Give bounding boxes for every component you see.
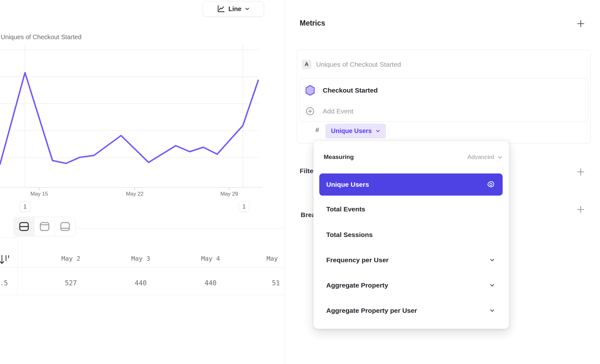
dropdown-header-label: Measuring [324,154,354,161]
sort-descending-icon[interactable] [0,254,10,266]
chevron-down-icon [376,129,380,133]
add-event-label: Add Event [323,107,353,115]
metric-letter-badge: A [302,60,311,69]
add-filter-button[interactable] [577,168,585,176]
chevron-down-icon [245,6,250,11]
table-cell: 440 [185,279,236,287]
chevron-down-icon [489,282,495,288]
add-event-row[interactable]: Add Event [305,106,353,117]
metric-card-title[interactable]: Uniques of Checkout Started [316,61,401,68]
add-breakdown-button[interactable] [577,205,585,214]
panel-top-icon [40,222,50,231]
table-row-header-fragment: 0.5 [0,279,11,287]
dropdown-item-aggregate-property[interactable]: Aggregate Property [319,276,503,294]
item-label: Aggregate Property [326,282,388,289]
measuring-dropdown: Measuring Advanced Unique Users [313,141,509,329]
insights-builder: Line Uniques of Checkout Started [0,0,600,364]
dropdown-item-total-sessions[interactable]: Total Sessions [319,226,503,244]
dropdown-item-unique-users[interactable]: Unique Users [319,173,503,196]
event-row[interactable]: Checkout Started [305,85,378,96]
measure-pill-label: Unique Users [331,127,372,135]
chevron-down-icon [489,308,495,313]
advanced-label: Advanced [467,154,494,161]
line-chart [0,32,262,196]
item-label: Total Events [326,205,365,213]
metric-card: A Uniques of Checkout Started Checkout S… [297,50,591,143]
dropdown-item-aggregate-property-per-user[interactable]: Aggregate Property per User [319,301,503,320]
add-event-icon [305,107,315,116]
layout-panel-top-button[interactable] [34,217,55,236]
metrics-panel-title: Metrics [300,19,325,27]
add-metric-button[interactable] [577,20,585,28]
x-tick-label: May 15 [20,191,58,197]
pagination-badge[interactable]: 1 [20,201,30,212]
panel-bottom-icon [60,222,70,231]
event-name: Checkout Started [323,87,378,94]
table-cell: 440 [115,279,166,287]
table-header-cell[interactable]: May 3 [115,255,166,262]
table-top-border [0,237,18,238]
measure-prefix: # [315,126,319,134]
metrics-panel: Metrics A Uniques of Checkout Started Ch… [285,0,600,364]
chart-type-button[interactable]: Line [203,1,264,16]
chevron-down-icon [497,155,503,160]
item-label: Total Sessions [326,231,373,239]
layout-split-horizontal-button[interactable] [14,217,34,236]
x-tick-label: May 22 [116,191,154,197]
pagination-badge[interactable]: 1 [239,201,249,212]
table-row-border [0,295,285,295]
dropdown-item-frequency-per-user[interactable]: Frequency per User [319,251,503,269]
item-label: Frequency per User [326,256,389,264]
x-tick-label: May 29 [210,191,248,197]
split-horizontal-icon [19,222,29,231]
table-header-cell[interactable]: May 4 [185,255,236,262]
dropdown-item-total-events[interactable]: Total Events [319,200,503,218]
chart-type-label: Line [228,5,241,13]
layout-panel-bottom-button[interactable] [55,217,75,236]
table-header-border [0,267,285,268]
event-hexagon-icon [305,85,315,96]
chevron-down-icon [489,257,495,263]
table-header-cell[interactable]: May 2 [46,255,96,262]
gear-icon[interactable] [487,180,495,189]
item-label: Aggregate Property per User [326,307,417,314]
section-divider [75,228,285,229]
chart-layout-toggle-group [14,217,76,236]
table-cell: 527 [46,279,96,287]
selected-item-label: Unique Users [326,181,369,188]
series-checkout-started [0,73,258,164]
advanced-mode-toggle[interactable]: Advanced [467,154,503,161]
measure-pill-button[interactable]: Unique Users [325,124,386,138]
line-chart-icon [217,5,225,13]
event-card: Checkout Started Add Event [300,78,588,122]
